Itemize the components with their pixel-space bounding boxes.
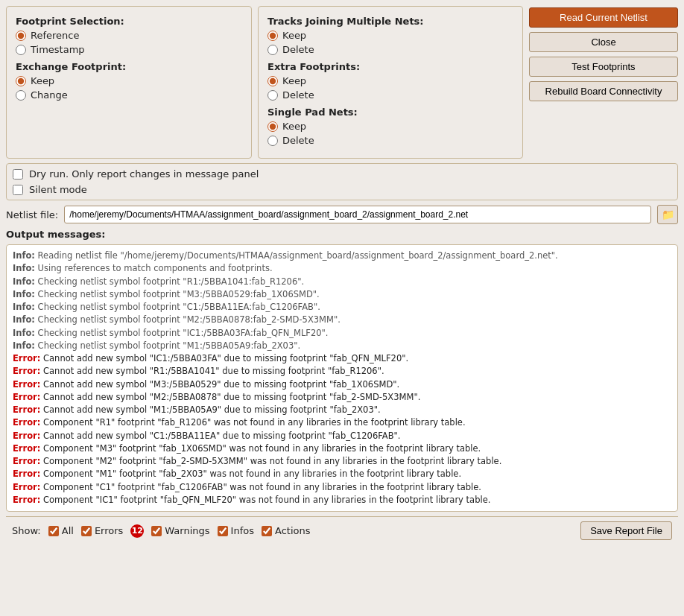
filter-actions[interactable]: Actions: [262, 525, 311, 536]
filter-errors[interactable]: Errors: [81, 525, 123, 536]
output-line: Error: Cannot add new symbol "C1:/5BBA11…: [13, 430, 671, 442]
radio-ef2-keep-label: Keep: [282, 75, 306, 86]
output-line: Error: Cannot add new symbol "R1:/5BBA10…: [13, 365, 671, 378]
radio-tj-keep-label: Keep: [282, 30, 306, 41]
radio-sp-delete[interactable]: Delete: [267, 135, 513, 146]
radio-sp-delete-input[interactable]: [267, 136, 278, 146]
output-line: Error: Component "M3" footprint "fab_1X0…: [13, 442, 671, 455]
radio-sp-delete-label: Delete: [282, 135, 314, 146]
filter-infos-label: Infos: [231, 525, 254, 536]
radio-tj-delete[interactable]: Delete: [267, 44, 513, 55]
tracks-joining-group: Keep Delete: [267, 30, 513, 55]
radio-ef-keep-label: Keep: [31, 75, 54, 86]
radio-reference[interactable]: Reference: [16, 30, 242, 41]
output-line: Info: Using references to match componen…: [13, 262, 671, 275]
filter-all[interactable]: All: [48, 525, 74, 536]
radio-ef2-delete-label: Delete: [282, 89, 314, 101]
folder-icon: 📁: [662, 209, 674, 220]
silent-mode-text: Silent mode: [29, 184, 87, 195]
output-line: Info: Checking netlist symbol footprint …: [13, 314, 671, 326]
radio-ef-keep-input[interactable]: [16, 76, 26, 86]
silent-mode-checkbox-label[interactable]: Silent mode: [13, 184, 671, 195]
test-footprints-button[interactable]: Test Footprints: [529, 57, 678, 77]
output-line: Error: Cannot add new symbol "IC1:/5BBA0…: [13, 352, 671, 365]
filter-actions-checkbox[interactable]: [262, 526, 272, 536]
radio-tj-delete-input[interactable]: [267, 45, 278, 55]
output-line: Error: Component "IC1" footprint "fab_QF…: [13, 494, 671, 507]
exchange-footprint-group: Keep Change: [16, 75, 242, 101]
output-section-wrapper: Output messages: Info: Reading netlist f…: [6, 229, 678, 512]
output-section[interactable]: Info: Reading netlist file "/home/jeremy…: [6, 244, 678, 512]
radio-tj-keep[interactable]: Keep: [267, 30, 513, 41]
filter-all-checkbox[interactable]: [48, 526, 59, 536]
radio-ef-keep[interactable]: Keep: [16, 75, 242, 86]
dry-run-text: Dry run. Only report changes in message …: [29, 168, 259, 180]
extra-footprints-label: Extra Footprints:: [267, 61, 513, 72]
filter-errors-checkbox[interactable]: [81, 526, 92, 536]
radio-ef2-delete[interactable]: Delete: [267, 89, 513, 101]
radio-sp-keep-label: Keep: [282, 121, 306, 132]
filter-all-label: All: [62, 525, 74, 536]
footprint-selection-label: Footprint Selection:: [16, 16, 242, 27]
radio-timestamp-input[interactable]: [16, 45, 26, 55]
radio-reference-label: Reference: [31, 30, 79, 41]
single-pad-group: Keep Delete: [267, 121, 513, 146]
radio-ef-change[interactable]: Change: [16, 89, 242, 101]
errors-badge: 12: [130, 524, 144, 538]
tracks-joining-label: Tracks Joining Multiple Nets:: [267, 16, 513, 27]
radio-timestamp[interactable]: Timestamp: [16, 44, 242, 55]
radio-ef-change-input[interactable]: [16, 90, 26, 101]
extra-footprints-group: Keep Delete: [267, 75, 513, 101]
save-report-button[interactable]: Save Report File: [580, 521, 672, 540]
radio-ef2-keep[interactable]: Keep: [267, 75, 513, 86]
footprint-selection-group: Reference Timestamp: [16, 30, 242, 55]
exchange-footprint-label: Exchange Footprint:: [16, 61, 242, 72]
radio-reference-input[interactable]: [16, 31, 26, 41]
netlist-label: Netlist file:: [6, 209, 58, 220]
output-line: Info: Checking netlist symbol footprint …: [13, 301, 671, 314]
output-line: Info: Checking netlist symbol footprint …: [13, 276, 671, 288]
filter-infos[interactable]: Infos: [218, 525, 254, 536]
silent-mode-checkbox[interactable]: [13, 185, 23, 195]
output-line: Error: Component "M2" footprint "fab_2-S…: [13, 455, 671, 468]
radio-tj-keep-input[interactable]: [267, 31, 278, 41]
read-netlist-button[interactable]: Read Current Netlist: [529, 7, 678, 28]
output-title: Output messages:: [6, 229, 678, 240]
rebuild-board-button[interactable]: Rebuild Board Connectivity: [529, 81, 678, 101]
filter-actions-label: Actions: [275, 525, 311, 536]
filter-infos-checkbox[interactable]: [218, 526, 228, 536]
bottom-bar: Show: All Errors 12 Warnings Infos Actio…: [6, 516, 678, 544]
output-line: Error: Cannot add new symbol "M3:/5BBA05…: [13, 378, 671, 391]
radio-sp-keep[interactable]: Keep: [267, 121, 513, 132]
output-line: Info: Checking netlist symbol footprint …: [13, 327, 671, 340]
radio-ef-change-label: Change: [31, 89, 68, 101]
folder-button[interactable]: 📁: [657, 205, 678, 224]
output-line: Error: Component "M1" footprint "fab_2X0…: [13, 468, 671, 480]
top-row: Footprint Selection: Reference Timestamp…: [6, 6, 678, 159]
output-line: Info: Reading netlist file "/home/jeremy…: [13, 250, 671, 262]
dry-run-checkbox-label[interactable]: Dry run. Only report changes in message …: [13, 168, 671, 180]
filter-warnings-label: Warnings: [165, 525, 209, 536]
footprint-selection-panel: Footprint Selection: Reference Timestamp…: [6, 6, 252, 159]
output-line: Info: Checking netlist symbol footprint …: [13, 288, 671, 301]
radio-ef2-keep-input[interactable]: [267, 76, 278, 86]
filter-errors-label: Errors: [95, 525, 123, 536]
dry-run-checkbox[interactable]: [13, 169, 23, 180]
single-pad-label: Single Pad Nets:: [267, 107, 513, 118]
radio-sp-keep-input[interactable]: [267, 121, 278, 132]
netlist-row: Netlist file: 📁: [6, 205, 678, 224]
checkboxes-panel: Dry run. Only report changes in message …: [6, 163, 678, 200]
main-container: Footprint Selection: Reference Timestamp…: [0, 0, 684, 550]
tracks-panel: Tracks Joining Multiple Nets: Keep Delet…: [258, 6, 523, 159]
output-line: Error: Cannot add new symbol "M2:/5BBA08…: [13, 391, 671, 404]
filter-warnings[interactable]: Warnings: [151, 525, 209, 536]
netlist-input[interactable]: [64, 206, 651, 223]
radio-ef2-delete-input[interactable]: [267, 90, 278, 101]
filter-warnings-checkbox[interactable]: [151, 526, 162, 536]
right-buttons: Read Current Netlist Close Test Footprin…: [529, 6, 678, 159]
show-label: Show:: [12, 525, 41, 536]
output-line: Error: Cannot add new symbol "M1:/5BBA05…: [13, 404, 671, 416]
radio-tj-delete-label: Delete: [282, 44, 314, 55]
output-line: Error: Component "R1" footprint "fab_R12…: [13, 416, 671, 429]
close-button[interactable]: Close: [529, 32, 678, 52]
